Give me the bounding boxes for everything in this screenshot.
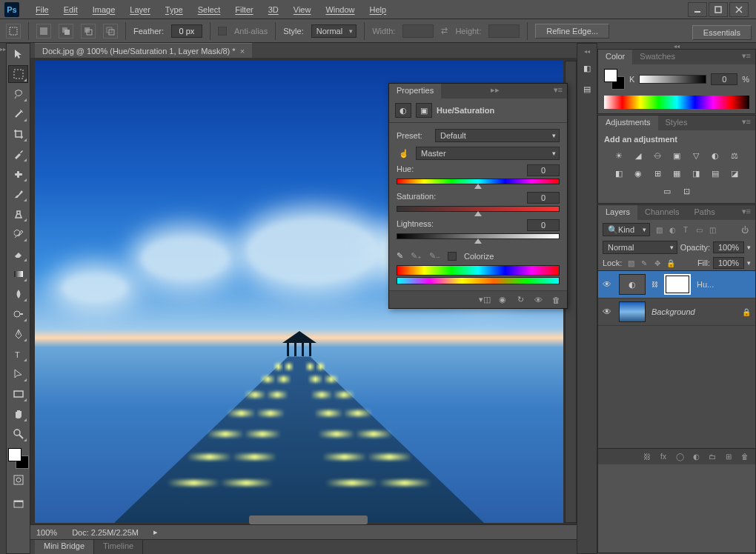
feather-input[interactable] (171, 24, 202, 38)
lock-pixels-icon[interactable]: ✎ (638, 257, 650, 269)
hue-slider[interactable] (397, 178, 560, 184)
eyedropper-add-icon[interactable]: ✎₊ (411, 251, 422, 261)
dodge-tool[interactable] (8, 305, 28, 323)
color-lookup-icon[interactable]: ▦ (669, 166, 685, 181)
filter-adjustment-icon[interactable]: ◐ (666, 224, 678, 236)
gradient-map-icon[interactable]: ▭ (659, 184, 675, 198)
colorize-checkbox[interactable] (448, 252, 457, 261)
new-layer-icon[interactable]: ⊞ (723, 451, 735, 463)
lightness-slider[interactable] (397, 233, 560, 239)
type-tool[interactable]: T (8, 345, 28, 363)
fill-dropdown-icon[interactable]: ▾ (747, 259, 751, 267)
tab-styles[interactable]: Styles (658, 116, 695, 130)
hand-tool[interactable] (8, 405, 28, 423)
magic-wand-tool[interactable] (8, 105, 28, 123)
crop-tool[interactable] (8, 125, 28, 143)
gradient-tool[interactable] (8, 265, 28, 283)
layer-filter-kind[interactable]: 🔍 Kind (603, 223, 650, 236)
hue-range-bar-bottom[interactable] (397, 277, 560, 284)
style-dropdown[interactable]: Normal (311, 24, 357, 38)
photo-filter-icon[interactable]: ◉ (630, 166, 646, 181)
menu-filter[interactable]: Filter (228, 3, 260, 16)
finger-icon[interactable]: ☝ (397, 149, 411, 158)
filter-shape-icon[interactable]: ▭ (693, 224, 705, 236)
tab-paths[interactable]: Paths (687, 205, 723, 220)
invert-icon[interactable]: ◨ (688, 166, 704, 181)
channel-dropdown[interactable]: Master (416, 147, 560, 160)
layer-visibility-icon[interactable]: 👁 (603, 307, 613, 317)
layer-name[interactable]: Hu... (697, 280, 751, 289)
brightness-contrast-icon[interactable]: ☀ (611, 148, 627, 163)
lock-position-icon[interactable]: ✥ (651, 257, 663, 269)
filter-pixel-icon[interactable]: ▧ (653, 224, 665, 236)
dock-collapse[interactable]: ◂◂ (674, 43, 680, 49)
preset-dropdown[interactable]: Default (435, 129, 560, 142)
mask-icon[interactable]: ▣ (416, 103, 432, 118)
refine-edge-button[interactable]: Refine Edge... (535, 24, 609, 39)
layer-name[interactable]: Background (651, 307, 736, 316)
window-close-button[interactable] (729, 2, 749, 17)
tool-preset-icon[interactable] (6, 24, 21, 39)
clip-to-layer-icon[interactable]: ▾◫ (478, 294, 491, 306)
selective-color-icon[interactable]: ⊡ (678, 184, 694, 198)
color-spectrum[interactable] (604, 96, 749, 109)
path-selection-tool[interactable] (8, 365, 28, 383)
document-tab-close[interactable]: × (240, 47, 245, 56)
tab-layers[interactable]: Layers (598, 205, 637, 220)
selection-subtract-icon[interactable] (81, 24, 96, 39)
color-swatch[interactable] (8, 448, 29, 469)
delete-adjustment-icon[interactable]: 🗑 (549, 294, 563, 306)
zoom-level[interactable]: 100% (36, 528, 57, 537)
eyedropper-icon[interactable]: ✎ (397, 251, 403, 261)
color-mini-swatch[interactable] (604, 69, 625, 90)
eraser-tool[interactable] (8, 245, 28, 263)
document-tab[interactable]: Dock.jpg @ 100% (Hue/Saturation 1, Layer… (35, 43, 252, 58)
workspace-switcher[interactable]: Essentials (692, 25, 752, 40)
threshold-icon[interactable]: ◪ (726, 166, 743, 181)
lightness-input[interactable] (527, 219, 560, 231)
color-balance-icon[interactable]: ⚖ (726, 148, 743, 163)
menu-layer[interactable]: Layer (122, 3, 158, 16)
menu-help[interactable]: Help (362, 3, 394, 16)
blend-mode-dropdown[interactable]: Normal (603, 241, 677, 254)
quick-mask-toggle[interactable] (8, 471, 28, 489)
layer-item-background[interactable]: 👁 Background 🔒 (598, 298, 755, 326)
selection-intersect-icon[interactable] (103, 24, 118, 39)
tab-mini-bridge[interactable]: Mini Bridge (35, 540, 94, 554)
saturation-input[interactable] (527, 192, 560, 204)
blur-tool[interactable] (8, 285, 28, 303)
foreground-color[interactable] (8, 448, 21, 461)
link-layers-icon[interactable]: ⛓ (641, 451, 653, 463)
levels-icon[interactable]: ◢ (630, 148, 646, 163)
view-previous-icon[interactable]: ◉ (496, 294, 509, 306)
window-minimize-button[interactable] (688, 2, 707, 17)
pen-tool[interactable] (8, 325, 28, 343)
adjustment-icon[interactable]: ◐ (395, 103, 411, 118)
hue-saturation-icon[interactable]: ◐ (707, 148, 723, 163)
properties-collapse-icon[interactable]: ▸▸ (486, 84, 504, 99)
adjustment-thumbnail[interactable]: ◐ (619, 274, 646, 295)
layer-visibility-icon[interactable]: 👁 (603, 279, 613, 290)
eyedropper-subtract-icon[interactable]: ✎₋ (429, 251, 440, 261)
history-panel-icon[interactable]: ◧ (579, 61, 595, 76)
actions-panel-icon[interactable]: ▤ (579, 81, 595, 96)
vibrance-icon[interactable]: ▽ (688, 148, 704, 163)
tab-color[interactable]: Color (598, 50, 632, 64)
new-group-icon[interactable]: 🗀 (706, 451, 718, 463)
layers-panel-menu[interactable]: ▾≡ (737, 205, 755, 220)
tab-channels[interactable]: Channels (637, 205, 686, 220)
tab-timeline[interactable]: Timeline (94, 540, 143, 554)
k-input[interactable] (711, 73, 737, 85)
toggle-visibility-icon[interactable]: 👁 (531, 294, 545, 306)
color-panel-menu[interactable]: ▾≡ (737, 50, 755, 64)
menu-file[interactable]: File (28, 3, 56, 16)
window-maximize-button[interactable] (709, 2, 728, 17)
lock-transparent-icon[interactable]: ▧ (625, 257, 637, 269)
tab-properties[interactable]: Properties (389, 84, 441, 99)
brush-tool[interactable] (8, 185, 28, 203)
rectangle-tool[interactable] (8, 385, 28, 403)
opacity-dropdown-icon[interactable]: ▾ (747, 244, 751, 251)
layer-thumbnail[interactable] (619, 301, 646, 322)
selection-add-icon[interactable] (59, 24, 73, 39)
saturation-slider[interactable] (397, 206, 560, 212)
